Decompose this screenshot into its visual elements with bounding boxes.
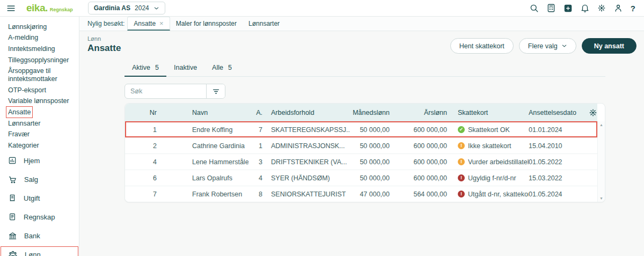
tab-alle[interactable]: Alle 5	[204, 61, 239, 77]
col-header-manedslonn[interactable]: Månedslønn	[350, 109, 393, 116]
col-header-ansettelsesdato[interactable]: Ansettelsesdato	[529, 109, 589, 116]
sidebar: Lønnskjøring A-melding Inntektsmelding T…	[0, 17, 79, 256]
tab-inaktive[interactable]: Inaktive	[166, 61, 204, 77]
ny-ansatt-button[interactable]: Ny ansatt	[582, 38, 636, 54]
sidebar-item-hjem[interactable]: Hjem	[0, 151, 79, 170]
skattekort-status-icon: ✓	[458, 126, 465, 133]
cell-skattekort: ! Ugyldig f-nr/d-nr	[449, 174, 529, 182]
sidebar-subitem-variable-lonnsposter[interactable]: Variable lønnsposter	[8, 96, 74, 107]
settings-icon[interactable]	[597, 4, 606, 12]
cell-arbeidsforhold: SYER (HÅNDSØM)	[267, 174, 350, 182]
search-icon[interactable]	[529, 3, 539, 13]
skattekort-status-icon: !	[458, 174, 465, 181]
app-window: eika. Regnskap Gardinia AS 2024 ? Lønnsk…	[0, 0, 644, 256]
cell-arbeidsforhold: DRIFTSTEKNIKER (VA...	[267, 158, 350, 166]
table-row[interactable]: 2 Cathrine Gardinia 1 ADMINISTRASJONSK..…	[125, 137, 597, 153]
cell-a: 7	[248, 126, 267, 134]
col-header-arslonn[interactable]: Årslønn	[393, 109, 449, 116]
sidebar-subitem-tilleggsopplysninger[interactable]: Tilleggsopplysninger	[8, 55, 74, 66]
cell-a: 1	[248, 142, 267, 150]
scroll-down-icon[interactable]: ▼	[599, 196, 603, 200]
company-selector[interactable]: Gardinia AS 2024	[88, 2, 165, 14]
cell-manedslonn: 50 000,00	[350, 142, 393, 150]
cell-ansettelsesdato: 01.05.2022	[529, 158, 589, 166]
col-header-skattekort[interactable]: Skattekort	[449, 109, 529, 116]
recent-tab[interactable]: Maler for lønnsposter	[170, 17, 243, 31]
sidebar-submenu: Lønnskjøring A-melding Inntektsmelding T…	[0, 18, 79, 151]
cell-navn: Endre Koffing	[160, 126, 248, 134]
recent-tab[interactable]: Lønnsarter	[243, 17, 286, 31]
breadcrumb: Lønn	[87, 35, 121, 42]
add-icon[interactable]	[564, 4, 573, 13]
help-icon[interactable]: ?	[631, 4, 635, 13]
hent-skattekort-button[interactable]: Hent skattekort	[450, 38, 514, 54]
company-name: Gardinia AS	[94, 4, 130, 12]
sidebar-subitem-inntektsmelding[interactable]: Inntektsmelding	[8, 43, 74, 55]
col-header-nr[interactable]: Nr	[125, 109, 160, 116]
filter-button[interactable]	[206, 84, 225, 98]
hamburger-menu-icon[interactable]	[6, 4, 16, 13]
account-icon[interactable]	[613, 3, 623, 13]
col-header-arbeidsforhold[interactable]: Arbeidsforhold	[267, 109, 350, 116]
cell-manedslonn: 47 000,00	[350, 191, 393, 198]
document-icon	[8, 213, 17, 221]
gear-icon	[589, 108, 597, 117]
scroll-up-icon[interactable]: ▲	[599, 123, 603, 127]
cell-nr: 4	[125, 158, 160, 166]
table-row[interactable]: 4 Lene Hammerstålesen 3 DRIFTSTEKNIKER (…	[125, 153, 597, 170]
sidebar-subitem-otp-eksport[interactable]: OTP-eksport	[8, 85, 74, 96]
table-row[interactable]: 6 Lars Opalrufs 4 SYER (HÅNDSØM) 50 000,…	[125, 170, 597, 186]
search-row	[125, 84, 605, 99]
sidebar-item-utgift[interactable]: Utgift	[0, 189, 79, 208]
sidebar-item-regnskap[interactable]: Regnskap	[0, 208, 79, 226]
cell-nr: 1	[125, 126, 160, 134]
recent-tab[interactable]: Ansatte ×	[127, 17, 170, 31]
cell-manedslonn: 50 000,00	[350, 174, 393, 182]
logo-text: eika.	[26, 2, 48, 14]
sidebar-item-salg[interactable]: Salg	[0, 170, 79, 189]
chevron-down-icon	[153, 5, 159, 11]
cell-nr: 7	[125, 191, 160, 198]
sidebar-subitem-lonnsarter[interactable]: Lønnsarter	[8, 118, 74, 129]
sidebar-subitem-lonnskjoring[interactable]: Lønnskjøring	[8, 21, 74, 33]
sidebar-subitem-a-melding[interactable]: A-melding	[8, 33, 74, 44]
cell-navn: Frank Robertsen	[160, 191, 248, 198]
skattekort-status-icon: !	[458, 158, 465, 165]
close-icon[interactable]: ×	[159, 20, 164, 27]
cell-arslonn: 600 000,00	[393, 158, 449, 166]
sidebar-item-bank[interactable]: Bank	[0, 226, 79, 245]
table-body: 1 Endre Koffing 7 SKATTEREGNSKAPSSJ... 5…	[125, 121, 597, 202]
cell-navn: Lars Opalrufs	[160, 174, 248, 182]
cell-ansettelsesdato: 15.04.2010	[529, 142, 589, 150]
sidebar-subitem-ansatte[interactable]: Ansatte	[8, 107, 74, 118]
chart-icon	[8, 156, 17, 165]
logo-suffix: Regnskap	[50, 7, 73, 12]
table-scrollbar[interactable]: ▲ ▼	[597, 121, 605, 202]
flere-valg-button[interactable]: Flere valg	[519, 38, 576, 54]
cell-a: 3	[248, 158, 267, 166]
recent-label: Nylig besøkt:	[87, 20, 125, 27]
cell-arslonn: 564 000,00	[393, 191, 449, 198]
sidebar-subitem-kategorier[interactable]: Kategorier	[8, 140, 74, 151]
filter-tabs: Aktive 5 Inaktive Alle 5	[125, 61, 605, 77]
notifications-icon[interactable]	[580, 3, 590, 13]
table-row[interactable]: 7 Frank Robertsen 8 SENIORSKATTEJURIST 4…	[125, 186, 597, 202]
chevron-down-icon	[561, 43, 567, 49]
recent-tabbar: Nylig besøkt: Ansatte × Maler for lønnsp…	[79, 17, 644, 31]
cell-arbeidsforhold: ADMINISTRASJONSK...	[267, 142, 350, 150]
eika-logo: eika. Regnskap	[26, 2, 73, 14]
employee-table: Nr Navn A. Arbeidsforhold Månedslønn Års…	[125, 103, 605, 202]
sidebar-subitem-fravar[interactable]: Fravær	[8, 129, 74, 140]
cell-ansettelsesdato: 15.03.2022	[529, 174, 589, 182]
col-header-navn[interactable]: Navn	[160, 109, 248, 116]
cell-arslonn: 600 000,00	[393, 174, 449, 182]
tab-aktive[interactable]: Aktive 5	[125, 61, 166, 77]
column-settings-button[interactable]	[589, 108, 597, 117]
sidebar-subitem-arsoppgave[interactable]: Årsoppgave til inntektsmottaker	[8, 65, 74, 85]
table-row[interactable]: 1 Endre Koffing 7 SKATTEREGNSKAPSSJ... 5…	[125, 121, 597, 137]
col-header-a[interactable]: A.	[248, 109, 267, 116]
calculator-icon[interactable]	[546, 3, 556, 13]
sidebar-item-lonn[interactable]: Lønn	[0, 245, 79, 256]
search-input[interactable]	[125, 84, 206, 98]
cell-manedslonn: 50 000,00	[350, 126, 393, 134]
